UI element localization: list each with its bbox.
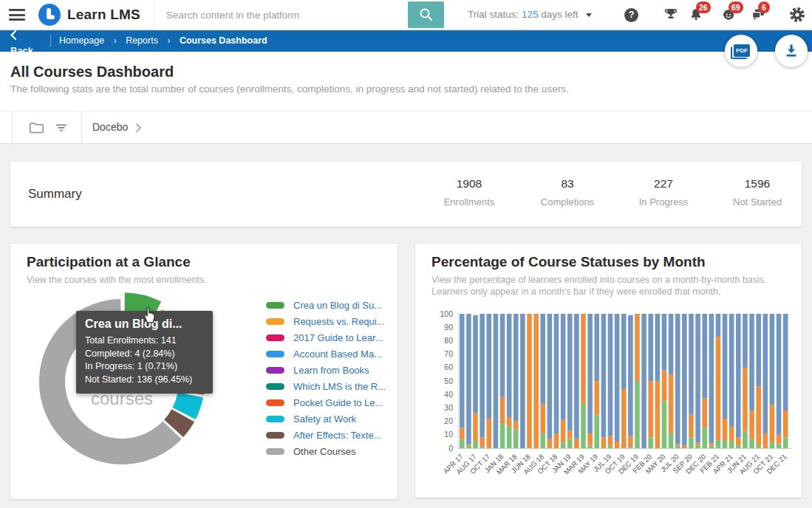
bar-segment[interactable] xyxy=(749,439,754,448)
breadcrumb-homepage[interactable]: Homepage xyxy=(59,35,104,46)
bar-segment[interactable] xyxy=(729,314,734,427)
bar-segment[interactable] xyxy=(695,443,700,446)
bar-segment[interactable] xyxy=(608,314,613,436)
bar-segment[interactable] xyxy=(473,315,478,413)
help-icon[interactable]: ? xyxy=(624,8,638,22)
bar-segment[interactable] xyxy=(736,437,741,445)
bar-segment[interactable] xyxy=(500,424,505,448)
bar-segment[interactable] xyxy=(533,314,539,448)
bar-segment[interactable] xyxy=(547,314,553,439)
bar-segment[interactable] xyxy=(460,439,465,448)
bar-segment[interactable] xyxy=(709,445,714,448)
bar-segment[interactable] xyxy=(763,314,768,433)
export-pdf-button[interactable]: PDF xyxy=(725,35,757,67)
bar-segment[interactable] xyxy=(702,399,707,428)
bar-segment[interactable] xyxy=(641,314,646,448)
bar-segment[interactable] xyxy=(594,314,599,381)
bar-segment[interactable] xyxy=(770,443,775,448)
catalog-path[interactable]: Docebo xyxy=(92,111,128,143)
bar-segment[interactable] xyxy=(486,419,491,448)
bar-segment[interactable] xyxy=(520,314,525,448)
bar-segment[interactable] xyxy=(777,444,782,448)
legend-item[interactable]: After Effects: Texte... xyxy=(266,427,386,443)
bar-segment[interactable] xyxy=(675,314,680,444)
bar-segment[interactable] xyxy=(695,445,700,448)
legend-item[interactable]: Safety at Work xyxy=(266,411,386,427)
bar-segment[interactable] xyxy=(736,314,741,437)
bar-segment[interactable] xyxy=(561,314,566,420)
bar-segment[interactable] xyxy=(460,314,465,428)
bar-segment[interactable] xyxy=(574,314,579,439)
download-button[interactable] xyxy=(775,35,808,67)
bar-segment[interactable] xyxy=(655,314,661,381)
messages-button[interactable]: 6 xyxy=(749,6,767,24)
bar-segment[interactable] xyxy=(635,381,640,448)
legend-item[interactable]: Account Based Ma... xyxy=(266,346,386,362)
bar-segment[interactable] xyxy=(682,314,687,445)
bar-segment[interactable] xyxy=(763,433,768,448)
bar-segment[interactable] xyxy=(507,417,512,427)
bar-segment[interactable] xyxy=(628,315,633,436)
bar-segment[interactable] xyxy=(743,430,748,448)
bar-segment[interactable] xyxy=(466,444,471,446)
bar-segment[interactable] xyxy=(514,314,519,422)
search-button[interactable] xyxy=(408,1,444,28)
bar-segment[interactable] xyxy=(783,411,788,437)
bar-segment[interactable] xyxy=(473,442,478,448)
bar-segment[interactable] xyxy=(783,314,788,411)
bar-segment[interactable] xyxy=(574,439,579,448)
bar-segment[interactable] xyxy=(669,374,674,433)
bar-segment[interactable] xyxy=(770,314,775,405)
bar-segment[interactable] xyxy=(723,419,728,440)
bar-segment[interactable] xyxy=(635,314,640,381)
search-input[interactable] xyxy=(154,0,408,30)
bar-segment[interactable] xyxy=(662,370,667,401)
bar-segment[interactable] xyxy=(567,439,573,448)
bar-segment[interactable] xyxy=(669,433,674,448)
legend-item[interactable]: Requests vs. Requi... xyxy=(266,313,386,329)
bar-segment[interactable] xyxy=(500,397,505,424)
bar-segment[interactable] xyxy=(749,411,754,439)
bar-segment[interactable] xyxy=(601,437,607,448)
bar-segment[interactable] xyxy=(689,415,694,438)
filter-button[interactable] xyxy=(53,120,69,136)
bar-segment[interactable] xyxy=(540,433,545,448)
settings-button[interactable] xyxy=(788,6,806,24)
back-button[interactable]: Back xyxy=(10,30,33,52)
bar-segment[interactable] xyxy=(540,404,545,433)
bar-segment[interactable] xyxy=(561,443,566,448)
helpdesk-button[interactable]: 69 xyxy=(720,6,737,24)
bar-segment[interactable] xyxy=(777,435,782,444)
bar-segment[interactable] xyxy=(473,413,478,442)
bar-segment[interactable] xyxy=(628,447,633,448)
bar-segment[interactable] xyxy=(527,314,532,448)
notifications-button[interactable]: 26 xyxy=(687,6,705,24)
bar-segment[interactable] xyxy=(709,443,714,446)
bar-segment[interactable] xyxy=(736,445,741,448)
bar-segment[interactable] xyxy=(621,314,627,389)
folder-filter-button[interactable] xyxy=(28,120,44,136)
bar-segment[interactable] xyxy=(669,314,674,374)
bar-segment[interactable] xyxy=(682,445,687,448)
bar-segment[interactable] xyxy=(723,314,728,419)
legend-item[interactable]: Which LMS is the R... xyxy=(266,378,386,394)
bar-segment[interactable] xyxy=(702,428,707,448)
bar-segment[interactable] xyxy=(486,314,491,419)
bar-segment[interactable] xyxy=(587,445,593,448)
bar-segment[interactable] xyxy=(655,381,661,448)
bar-segment[interactable] xyxy=(587,314,593,433)
bar-segment[interactable] xyxy=(554,433,559,448)
trial-status[interactable]: Trial status: 125 days left xyxy=(468,0,592,30)
bar-segment[interactable] xyxy=(514,422,519,430)
bar-segment[interactable] xyxy=(709,314,714,443)
bar-segment[interactable] xyxy=(756,386,761,445)
legend-item[interactable]: Learn from Books xyxy=(266,362,386,378)
bar-segment[interactable] xyxy=(756,445,761,448)
bar-segment[interactable] xyxy=(648,314,653,381)
bar-segment[interactable] xyxy=(594,415,599,449)
bar-segment[interactable] xyxy=(628,436,633,447)
bar-segment[interactable] xyxy=(466,314,471,444)
bar-segment[interactable] xyxy=(601,314,607,437)
bar-segment[interactable] xyxy=(567,430,573,439)
bar-segment[interactable] xyxy=(581,404,586,448)
